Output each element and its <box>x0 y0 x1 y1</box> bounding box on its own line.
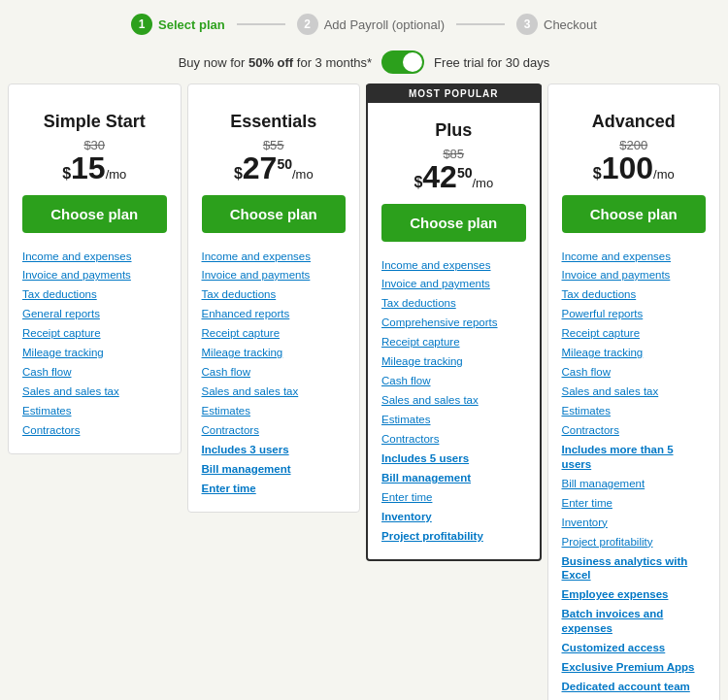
feature-item[interactable]: Invoice and payments <box>381 275 526 294</box>
choose-plan-plus[interactable]: Choose plan <box>381 204 526 242</box>
feature-item[interactable]: Cash flow <box>202 363 347 383</box>
features-plus: Income and expenses Invoice and payments… <box>381 255 526 546</box>
current-price-advanced: $ 100 /mo <box>562 152 707 183</box>
feature-item[interactable]: Mileage tracking <box>202 344 347 363</box>
feature-item[interactable]: Bill management <box>562 474 707 493</box>
feature-item[interactable]: Receipt capture <box>562 324 707 344</box>
step-3-label: Checkout <box>544 17 597 32</box>
feature-item-bold[interactable]: Employee expenses <box>562 585 707 605</box>
price-mo-simple-start: /mo <box>106 167 127 182</box>
feature-item-bold[interactable]: Includes 5 users <box>381 449 526 468</box>
feature-item-bold[interactable]: Enter time <box>202 479 347 498</box>
step-line-2 <box>456 23 505 25</box>
feature-item[interactable]: Tax deductions <box>381 294 526 314</box>
feature-item-bold[interactable]: On-demand training <box>562 697 707 701</box>
feature-item[interactable]: Cash flow <box>562 363 707 383</box>
feature-item[interactable]: Cash flow <box>22 363 167 383</box>
step-3: 3 Checkout <box>516 14 597 35</box>
plan-essentials: Essentials $55 $ 27 50 /mo Choose plan I… <box>187 83 361 513</box>
feature-item[interactable]: Invoice and payments <box>202 266 347 285</box>
plan-name-plus: Plus <box>381 120 526 141</box>
plan-simple-start: Simple Start $30 $ 15 /mo Choose plan In… <box>8 83 182 454</box>
feature-item-bold[interactable]: Includes more than 5 users <box>562 440 707 474</box>
feature-item[interactable]: Tax deductions <box>202 285 347 305</box>
feature-item[interactable]: Mileage tracking <box>381 352 526 372</box>
price-area-simple-start: $30 $ 15 /mo <box>22 138 167 183</box>
feature-item[interactable]: Contractors <box>202 420 347 440</box>
toggle-switch[interactable] <box>381 50 424 74</box>
feature-item[interactable]: Estimates <box>562 402 707 421</box>
feature-item[interactable]: Estimates <box>381 411 526 430</box>
price-dollar-plus: $ <box>414 174 422 191</box>
feature-item[interactable]: Contractors <box>562 420 707 440</box>
feature-item[interactable]: Sales and sales tax <box>22 383 167 402</box>
price-dollar-advanced: $ <box>593 165 602 183</box>
current-price-essentials: $ 27 50 /mo <box>202 152 347 183</box>
current-price-simple-start: $ 15 /mo <box>22 152 167 183</box>
feature-item[interactable]: Inventory <box>562 513 707 532</box>
step-1-label: Select plan <box>158 17 225 32</box>
feature-item[interactable]: Estimates <box>22 402 167 421</box>
choose-plan-advanced[interactable]: Choose plan <box>562 195 707 233</box>
toggle-bar: Buy now for 50% off for 3 months* Free t… <box>0 45 728 83</box>
price-number-simple-start: 15 <box>71 152 106 183</box>
feature-item-bold[interactable]: Project profitability <box>381 526 526 546</box>
feature-item-bold[interactable]: Business analytics with Excel <box>562 551 707 585</box>
feature-item[interactable]: Enter time <box>562 493 707 513</box>
feature-item[interactable]: Sales and sales tax <box>202 383 347 402</box>
feature-item[interactable]: Tax deductions <box>22 285 167 305</box>
plan-plus: MOST POPULAR Plus $85 $ 42 50 /mo Choose… <box>366 83 542 561</box>
feature-item[interactable]: Contractors <box>22 420 167 440</box>
feature-item[interactable]: Mileage tracking <box>22 344 167 363</box>
free-trial-label: Free trial for 30 days <box>434 55 549 70</box>
feature-item[interactable]: Enhanced reports <box>202 305 347 324</box>
step-line-1 <box>237 23 285 25</box>
feature-item[interactable]: Sales and sales tax <box>562 383 707 402</box>
price-sup-plus: 50 <box>457 165 473 181</box>
feature-item[interactable]: Mileage tracking <box>562 344 707 363</box>
feature-item[interactable]: Sales and sales tax <box>381 391 526 411</box>
feature-item[interactable]: Powerful reports <box>562 305 707 324</box>
step-1: 1 Select plan <box>131 14 225 35</box>
feature-item[interactable]: Income and expenses <box>562 247 707 266</box>
popular-badge: MOST POPULAR <box>366 84 542 103</box>
feature-item-bold[interactable]: Includes 3 users <box>202 440 347 459</box>
price-number-essentials: 27 <box>243 152 278 183</box>
feature-item[interactable]: General reports <box>22 305 167 324</box>
feature-item[interactable]: Enter time <box>381 487 526 507</box>
price-area-plus: $85 $ 42 50 /mo <box>381 147 526 192</box>
step-2-label: Add Payroll (optional) <box>324 17 445 32</box>
feature-item-bold[interactable]: Exclusive Premium Apps <box>562 658 707 678</box>
feature-item[interactable]: Cash flow <box>381 372 526 391</box>
feature-item-bold[interactable]: Batch invoices and expenses <box>562 605 707 639</box>
feature-item[interactable]: Tax deductions <box>562 285 707 305</box>
feature-item[interactable]: Project profitability <box>562 532 707 551</box>
features-essentials: Income and expenses Invoice and payments… <box>202 247 347 498</box>
feature-item-bold[interactable]: Customized access <box>562 639 707 658</box>
feature-item-bold[interactable]: Bill management <box>202 459 347 479</box>
feature-item[interactable]: Contractors <box>381 429 526 449</box>
feature-item-bold[interactable]: Dedicated account team <box>562 678 707 697</box>
discount-label: Buy now for 50% off for 3 months* <box>179 55 372 70</box>
price-area-essentials: $55 $ 27 50 /mo <box>202 138 347 183</box>
feature-item[interactable]: Income and expenses <box>202 247 347 266</box>
plan-name-advanced: Advanced <box>562 112 707 132</box>
plan-name-essentials: Essentials <box>202 112 347 132</box>
feature-item[interactable]: Estimates <box>202 402 347 421</box>
feature-item[interactable]: Receipt capture <box>381 333 526 352</box>
step-3-circle: 3 <box>516 14 538 35</box>
feature-item-bold[interactable]: Inventory <box>381 507 526 526</box>
feature-item[interactable]: Receipt capture <box>22 324 167 344</box>
feature-item[interactable]: Income and expenses <box>381 255 526 275</box>
progress-bar: 1 Select plan 2 Add Payroll (optional) 3… <box>0 0 728 45</box>
feature-item-bold[interactable]: Bill management <box>381 468 526 487</box>
feature-item[interactable]: Invoice and payments <box>22 266 167 285</box>
feature-item[interactable]: Receipt capture <box>202 324 347 344</box>
choose-plan-essentials[interactable]: Choose plan <box>202 195 347 233</box>
feature-item[interactable]: Comprehensive reports <box>381 314 526 333</box>
choose-plan-simple-start[interactable]: Choose plan <box>22 195 167 233</box>
feature-item[interactable]: Income and expenses <box>22 247 167 266</box>
features-simple-start: Income and expenses Invoice and payments… <box>22 247 167 440</box>
feature-item[interactable]: Invoice and payments <box>562 266 707 285</box>
price-number-advanced: 100 <box>602 152 653 183</box>
